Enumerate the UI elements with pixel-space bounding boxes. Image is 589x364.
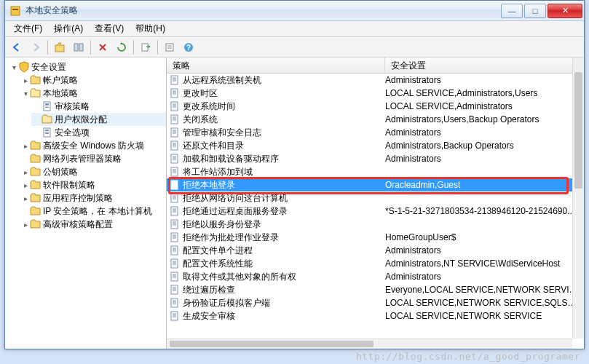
tree-item[interactable]: ▾本地策略 [20,87,166,100]
list-body[interactable]: 从远程系统强制关机Administrators更改时区LOCAL SERVICE… [167,74,584,349]
list-row[interactable]: 关闭系统Administrators,Users,Backup Operator… [167,113,584,126]
policy-icon [41,114,53,125]
list-row[interactable]: 更改系统时间LOCAL SERVICE,Administrators [167,100,584,113]
folder-icon [30,153,41,165]
watermark: http://blog.csdn.net/a_good_programer [356,351,580,362]
policy-setting: *S-1-5-21-3271803534-2138946120-21524690… [385,206,581,216]
list-row[interactable]: 加载和卸载设备驱动程序Administrators [167,152,584,165]
svg-rect-79 [171,272,178,281]
svg-rect-39 [171,141,178,150]
toolbar-separator [90,40,91,55]
tree-label: 帐户策略 [43,74,78,87]
vertical-scrollbar[interactable] [572,58,584,339]
tree: ▾安全设置▸帐户策略▾本地策略审核策略用户权限分配安全选项▸高级安全 Windo… [5,60,166,231]
document-icon [170,101,180,111]
list-row[interactable]: 生成安全审核LOCAL SERVICE,NETWORK SERVICE [167,309,584,323]
svg-rect-5 [142,44,148,51]
svg-rect-31 [171,115,178,124]
list-row[interactable]: 拒绝本地登录Oracleadmin,Guest [167,178,584,191]
tree-item[interactable]: 审核策略 [31,100,166,113]
list-row[interactable]: 从远程系统强制关机Administrators [167,74,584,87]
export-button[interactable] [137,39,154,55]
tree-label: 高级安全 Windows 防火墙 [43,140,144,152]
list-row[interactable]: 身份验证后模拟客户端LOCAL SERVICE,NETWORK SERVICE,… [167,296,584,309]
tree-item[interactable]: ▸软件限制策略 [20,178,166,191]
policy-name: 身份验证后模拟客户端 [183,297,270,309]
toolbar: ? [5,37,584,58]
svg-rect-27 [171,102,178,111]
refresh-button[interactable] [113,39,130,55]
toolbar-separator [47,40,48,55]
tree-item[interactable]: ▸帐户策略 [20,74,166,87]
shield-icon [18,61,30,73]
policy-name: 拒绝以服务身份登录 [183,218,261,231]
list-row[interactable]: 将工作站添加到域 [167,165,584,178]
policy-icon [41,100,53,112]
policy-setting: LOCAL SERVICE,Administrators,Users [385,88,581,98]
list-row[interactable]: 管理审核和安全日志Administrators [167,126,584,139]
folder-icon [30,140,41,151]
document-icon [170,245,180,256]
help-button[interactable]: ? [180,39,197,55]
folder-icon [30,87,41,99]
delete-button[interactable] [94,39,111,55]
tree-item[interactable]: ▸公钥策略 [20,165,166,178]
policy-setting: Everyone,LOCAL SERVICE,NETWORK SERVICE,.… [385,285,581,295]
list-row[interactable]: 拒绝作为批处理作业登录HomeGroupUser$ [167,231,584,244]
policy-name: 关闭系统 [183,114,218,126]
minimize-button[interactable]: — [501,4,523,18]
col-header-setting[interactable]: 安全设置 [385,58,584,73]
svg-rect-1 [12,9,18,10]
forward-button[interactable] [27,39,44,55]
menu-help[interactable]: 帮助(H) [130,21,171,36]
list-row[interactable]: 配置文件系统性能Administrators,NT SERVICE\WdiSer… [167,257,584,270]
menu-action[interactable]: 操作(A) [48,21,89,36]
tree-item[interactable]: ▸高级安全 Windows 防火墙 [20,139,166,152]
svg-rect-75 [171,259,178,268]
list-row[interactable]: 取得文件或其他对象的所有权Administrators [167,270,584,283]
document-icon [170,232,180,242]
show-hide-button[interactable] [70,39,87,55]
svg-rect-6 [166,44,173,51]
document-icon [170,193,180,203]
maximize-button[interactable]: □ [524,4,546,18]
list-row[interactable]: 配置文件单个进程Administrators [167,244,584,257]
svg-rect-71 [171,246,178,255]
col-header-policy[interactable]: 策略 [167,58,385,73]
close-button[interactable]: ✕ [548,4,582,18]
tree-label: 审核策略 [55,100,90,113]
list-row[interactable]: 拒绝通过远程桌面服务登录*S-1-5-21-3271803534-2138946… [167,205,584,218]
tree-item[interactable]: ▸应用程序控制策略 [20,191,166,205]
svg-rect-51 [171,181,178,189]
tree-item[interactable]: 网络列表管理器策略 [20,152,166,165]
list-row[interactable]: 绕过遍历检查Everyone,LOCAL SERVICE,NETWORK SER… [167,283,584,296]
tree-label: 用户权限分配 [55,114,107,126]
properties-button[interactable] [161,39,178,55]
policy-name: 从远程系统强制关机 [183,74,261,87]
list-row[interactable]: 拒绝以服务身份登录 [167,218,584,231]
tree-item[interactable]: 用户权限分配 [31,113,166,126]
tree-item[interactable]: IP 安全策略，在 本地计算机 [20,205,166,218]
up-button[interactable] [51,39,68,55]
policy-name: 拒绝通过远程桌面服务登录 [183,205,288,218]
scroll-thumb[interactable] [574,72,582,189]
svg-rect-4 [79,44,83,51]
horizontal-scrollbar[interactable] [167,339,572,349]
menu-view[interactable]: 查看(V) [89,21,130,36]
tree-item[interactable]: 安全选项 [31,126,166,139]
policy-setting: Administrators [385,75,581,85]
menu-file[interactable]: 文件(F) [8,21,48,36]
titlebar[interactable]: 本地安全策略 — □ ✕ [5,1,584,21]
list-row[interactable]: 还原文件和目录Administrators,Backup Operators [167,139,584,152]
scroll-thumb[interactable] [170,341,373,347]
back-button[interactable] [8,39,25,55]
svg-rect-3 [74,44,78,51]
svg-rect-91 [171,312,178,320]
list-row[interactable]: 更改时区LOCAL SERVICE,Administrators,Users [167,87,584,100]
tree-item[interactable]: ▸高级审核策略配置 [20,218,166,231]
document-icon [170,141,180,151]
tree-pane[interactable]: ▾安全设置▸帐户策略▾本地策略审核策略用户权限分配安全选项▸高级安全 Windo… [5,58,167,349]
tree-root[interactable]: ▾安全设置 [8,60,166,74]
list-row[interactable]: 拒绝从网络访问这台计算机 [167,191,584,205]
policy-name: 配置文件系统性能 [183,258,253,270]
